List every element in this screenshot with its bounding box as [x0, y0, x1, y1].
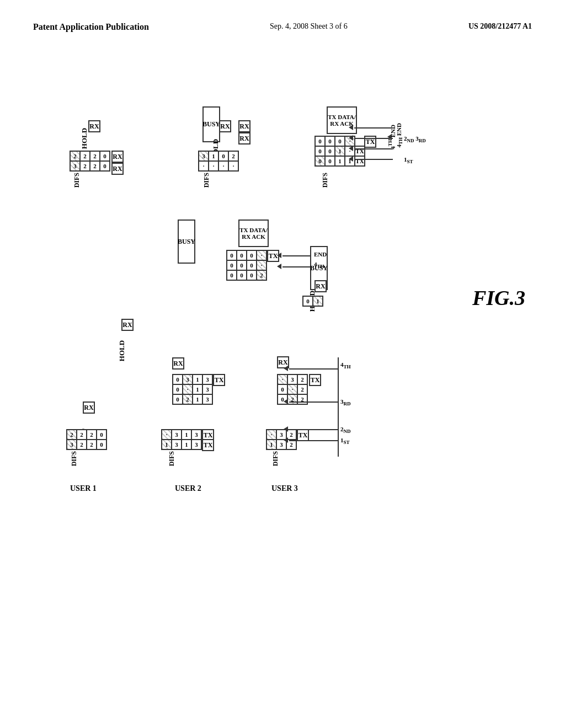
end-label-mid: END: [314, 251, 327, 258]
arrowhead-4th-mid: [277, 264, 281, 269]
tx-box-u2-bot-1: TX: [213, 374, 225, 386]
header-center: Sep. 4, 2008 Sheet 3 of 6: [270, 22, 348, 31]
grid-u3-top-3: 0 0 1 1 TX: [315, 156, 365, 167]
rx-box-u1-bot: RX: [83, 402, 95, 414]
grid-u2-bot-main: · 3 1 3 1 3 1 3: [161, 429, 202, 450]
3rd-label-bot: 3RD: [340, 398, 351, 406]
arrowhead-1st: [349, 156, 353, 162]
rx-box-u1-mid: RX: [121, 319, 134, 331]
arrowhead-3rd-bot: [284, 399, 288, 404]
rx-box-u1-1: RX: [88, 120, 100, 132]
seq-2nd-3rd-top: 2ND 3RD: [404, 135, 426, 143]
grid-u1-top: 2 2 2 0 3 2 2 0: [70, 151, 110, 172]
arrowhead-3rd: [349, 135, 353, 141]
grid-u2-top: 3 1 0 2 · · · ·: [198, 151, 239, 172]
busy-box-u2-mid: BUSY: [178, 220, 195, 264]
arrow-line-end-mid: [282, 255, 310, 256]
arrow-4th-bot: [289, 368, 339, 370]
busy-box-u2-top: BUSY: [202, 106, 220, 142]
difs-u1-top: DIFS: [73, 173, 81, 188]
user3-label: USER 3: [271, 484, 298, 493]
arrow-2nd-bot: [289, 429, 339, 430]
hold-label-u1-mid: HOLD: [118, 340, 126, 361]
dash-line-u1-mid-1: [117, 286, 118, 319]
tx-box-u2-bot-main-2: TX: [202, 439, 214, 451]
grid-u2-bot-3: 0 2 1 3: [172, 394, 213, 405]
grid-u1-bot-main: 2 2 2 0 3 2 2 0: [66, 429, 107, 450]
header-right: US 2008/212477 A1: [468, 22, 532, 31]
arrow-3rd-bot: [289, 402, 339, 403]
arrowhead-2nd: [349, 146, 353, 151]
arrow-line-1st: [354, 159, 393, 160]
rx-box-u3-mid-1: RX: [315, 280, 327, 292]
arrow-1st-bot: [289, 440, 339, 441]
user1-label: USER 1: [70, 484, 97, 493]
2nd-label-bot: 2ND: [340, 426, 351, 434]
arrowhead-2nd-bot: [284, 426, 288, 432]
seq-1st-top: 1ST: [404, 156, 413, 164]
grid-u3-top-2: 0 0 1 · TX: [315, 146, 365, 157]
difs-u2-top: DIFS: [202, 173, 211, 188]
1st-label-bot: 1ST: [340, 437, 350, 445]
dot-line-mid-1: [125, 250, 169, 250]
grid-u3-bot-3: 0 2 2: [277, 394, 308, 405]
arrowhead-4th: [349, 125, 353, 130]
arrowhead-4th-bot: [284, 366, 288, 371]
grid-u2-bot-1: 0 3 1 3: [172, 374, 213, 385]
arrow-line-4th-mid: [282, 266, 310, 267]
grid-u3-bot-2: 0 · 2: [277, 384, 308, 395]
arrow-line-2nd: [354, 148, 393, 149]
txdata-rxack-u2-mid: TX DATA/RX ACK: [238, 220, 269, 247]
arrow-line-4th: [354, 127, 393, 129]
rx-box-u1-3: RX: [111, 163, 124, 175]
arrow-line-3rd: [354, 138, 393, 139]
difs-u1-bot: DIFS: [70, 451, 78, 466]
page: Patent Application Publication Sep. 4, 2…: [0, 0, 565, 728]
4th-label-mid: 4TH: [314, 261, 324, 269]
dot-line-mid-2: [269, 250, 307, 250]
user2-label: USER 2: [175, 484, 201, 493]
difs-u3-top: DIFS: [321, 173, 329, 188]
diagram-area: FIG.3 HOLD RX 2 2 2 0 3 2 2 0 RX RX DIFS: [40, 49, 525, 677]
grid-u3-bot-main: · 3 2 1 3 2: [266, 429, 297, 450]
difs-u3-bot: DIFS: [271, 451, 280, 466]
grid-u3-mid-1: 0 1: [302, 296, 323, 307]
rx-box-u2-bot: RX: [172, 357, 184, 370]
grid-u2-bot-2: 0 · 1 3: [172, 384, 213, 395]
hold-label-u1-top: HOLD: [80, 128, 89, 149]
page-header: Patent Application Publication Sep. 4, 2…: [33, 22, 532, 32]
grid-u3-bot-1: · 3 2: [277, 374, 308, 385]
arrowhead-1st-bot: [284, 437, 288, 443]
difs-u2-bot: DIFS: [168, 451, 176, 466]
dash-line-u1-mid-2: [117, 324, 118, 357]
rx-box-u2-1: RX: [219, 120, 231, 132]
dash-u1-bot-1: [78, 385, 79, 407]
rx-box-u2-2: RX: [238, 120, 250, 132]
4th-label-bot: 4TH: [340, 361, 351, 370]
rx-box-u2-3: RX: [238, 132, 250, 144]
tx-box-u3-bot-1: TX: [309, 374, 321, 386]
seq-4th-end-top: 4TH END: [396, 123, 403, 148]
grid-u2-mid-3: 0 0 0 2: [226, 270, 267, 281]
arrowhead-end-mid: [277, 253, 281, 258]
dash-u2-bot: [210, 404, 210, 429]
fig-label: FIG.3: [472, 286, 525, 310]
grid-u2-mid-1: 0 0 0 ·: [226, 250, 267, 261]
4th-end-label: 4TH END: [387, 125, 396, 149]
v-seq-line-bot: [338, 357, 339, 457]
header-left: Patent Application Publication: [33, 22, 149, 32]
grid-u2-mid-2: 0 0 0 ·: [226, 260, 267, 271]
dash-u2-bot-2: [215, 404, 216, 429]
rx-box-u1-2: RX: [111, 151, 124, 163]
